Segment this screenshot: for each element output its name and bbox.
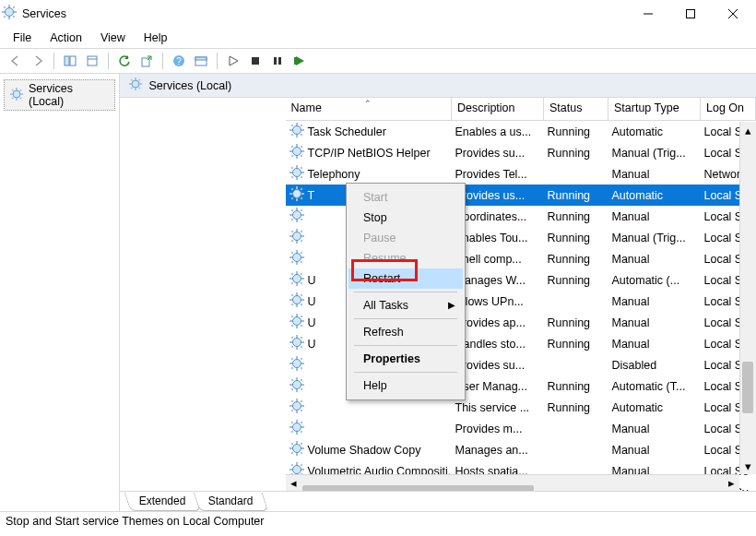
close-button[interactable]: [712, 0, 754, 28]
svg-rect-165: [290, 400, 293, 403]
export-icon[interactable]: [136, 51, 157, 71]
menu-action[interactable]: Action: [41, 30, 91, 46]
service-status: Running: [544, 375, 608, 397]
svg-rect-135: [296, 347, 298, 350]
svg-rect-162: [296, 411, 298, 413]
service-description: Provides m...: [452, 418, 544, 439]
svg-text:?: ?: [176, 56, 182, 66]
svg-rect-113: [290, 282, 293, 285]
service-name: U: [308, 274, 316, 287]
column-name[interactable]: ⌃Name: [286, 98, 452, 121]
menu-help[interactable]: Help: [135, 30, 177, 46]
svg-rect-108: [296, 283, 298, 286]
refresh-icon[interactable]: [114, 51, 135, 71]
svg-point-160: [292, 381, 301, 389]
vertical-scrollbar[interactable]: ▴ ▾: [739, 122, 756, 474]
svg-rect-51: [300, 134, 302, 137]
svg-rect-109: [289, 278, 292, 280]
svg-rect-64: [289, 172, 292, 173]
svg-rect-24: [278, 57, 281, 65]
menu-view[interactable]: View: [91, 30, 135, 46]
svg-rect-103: [300, 252, 302, 255]
svg-rect-98: [296, 250, 298, 253]
menu-file[interactable]: File: [4, 30, 41, 46]
gear-icon: [289, 208, 304, 225]
column-startup-type[interactable]: Startup Type: [608, 98, 701, 121]
svg-rect-129: [290, 316, 293, 318]
context-all-tasks[interactable]: All Tasks▶: [348, 295, 463, 316]
svg-point-88: [292, 211, 301, 220]
svg-rect-3: [14, 11, 17, 13]
detail-header: Services (Local): [120, 74, 757, 98]
service-startup: Automatic (...: [608, 269, 701, 291]
svg-rect-73: [289, 193, 292, 195]
svg-rect-45: [296, 135, 298, 137]
svg-rect-75: [290, 188, 293, 191]
table-row[interactable]: TelephonyProvides Tel...ManualNetwork: [286, 163, 756, 185]
svg-rect-154: [289, 384, 292, 386]
svg-rect-156: [290, 379, 293, 382]
svg-point-43: [132, 80, 139, 88]
svg-point-79: [292, 190, 301, 198]
horizontal-scrollbar[interactable]: ◂ ▸: [286, 474, 740, 491]
pause-service-icon[interactable]: [267, 51, 288, 71]
table-row[interactable]: TCP/IP NetBIOS HelperProvides su...Runni…: [286, 142, 756, 163]
svg-rect-163: [289, 405, 292, 407]
scroll-thumb[interactable]: [742, 362, 753, 412]
svg-rect-23: [274, 57, 277, 65]
svg-point-115: [292, 275, 301, 283]
start-service-icon[interactable]: [223, 51, 243, 71]
show-hide-tree-icon[interactable]: [60, 51, 80, 71]
help-icon[interactable]: ?: [169, 51, 189, 71]
tree-node-services-local[interactable]: Services (Local): [4, 79, 115, 111]
action-pane-icon[interactable]: [191, 51, 211, 71]
svg-rect-186: [300, 452, 302, 455]
context-help[interactable]: Help: [348, 375, 463, 396]
context-pause: Pause: [348, 228, 463, 248]
svg-rect-29: [20, 93, 23, 95]
svg-rect-21: [195, 57, 207, 60]
svg-rect-59: [290, 155, 293, 158]
scroll-left-icon[interactable]: ◂: [286, 475, 302, 492]
svg-rect-125: [296, 314, 298, 316]
svg-rect-33: [19, 97, 21, 99]
context-properties[interactable]: Properties: [348, 349, 463, 369]
tab-standard[interactable]: Standard: [194, 493, 268, 511]
column-description[interactable]: Description: [452, 98, 544, 121]
svg-rect-134: [296, 335, 298, 338]
gear-icon: [289, 165, 304, 183]
service-status: Running: [544, 312, 608, 333]
status-text: Stop and Start service Themes on Local C…: [6, 515, 264, 528]
svg-rect-48: [290, 125, 293, 127]
properties-icon[interactable]: [82, 51, 102, 71]
svg-rect-0: [8, 5, 10, 7]
svg-rect-182: [301, 447, 304, 449]
service-startup: Manual: [608, 418, 701, 439]
svg-rect-192: [290, 464, 293, 467]
svg-rect-28: [10, 93, 13, 95]
minimize-button[interactable]: [627, 0, 669, 28]
column-log-on[interactable]: Log On: [701, 98, 756, 121]
scroll-thumb[interactable]: [302, 485, 534, 492]
scroll-up-icon[interactable]: ▴: [740, 122, 756, 138]
context-restart[interactable]: Restart: [348, 268, 463, 289]
maximize-button[interactable]: [669, 0, 712, 28]
table-row[interactable]: Provides m...ManualLocal Sy: [286, 418, 756, 439]
svg-rect-158: [290, 388, 293, 391]
svg-rect-131: [290, 325, 293, 328]
stop-service-icon[interactable]: [245, 51, 266, 71]
table-row[interactable]: Volume Shadow CopyManages an...ManualLoc…: [286, 439, 756, 460]
svg-rect-56: [301, 150, 304, 152]
gear-icon: [289, 186, 304, 204]
context-refresh[interactable]: Refresh: [348, 322, 463, 342]
table-row[interactable]: Task SchedulerEnables a us...RunningAuto…: [286, 121, 756, 143]
scroll-right-icon[interactable]: ▸: [723, 475, 739, 492]
column-status[interactable]: Status: [544, 98, 608, 121]
svg-rect-47: [301, 129, 304, 131]
scroll-down-icon[interactable]: ▾: [740, 458, 756, 474]
tab-extended[interactable]: Extended: [124, 493, 200, 511]
context-stop[interactable]: Stop: [348, 208, 463, 228]
svg-rect-25: [294, 57, 296, 65]
restart-service-icon[interactable]: [289, 51, 310, 71]
svg-point-8: [6, 8, 14, 17]
